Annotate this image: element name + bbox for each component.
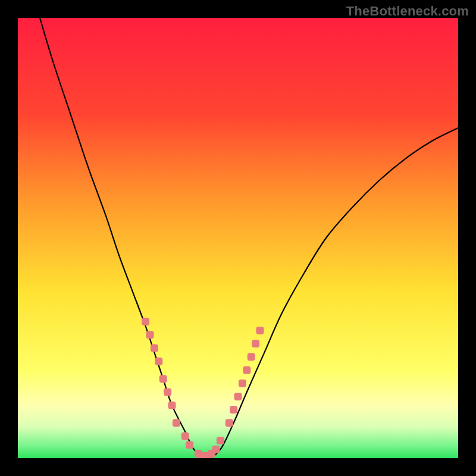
marker-point bbox=[155, 358, 162, 365]
marker-point bbox=[164, 389, 171, 396]
marker-point bbox=[256, 327, 264, 334]
chart-svg bbox=[18, 18, 458, 458]
marker-point bbox=[243, 367, 250, 374]
marker-point bbox=[146, 331, 154, 339]
marker-point bbox=[159, 375, 167, 383]
watermark-label: TheBottleneck.com bbox=[346, 4, 469, 19]
chart-frame: TheBottleneck.com bbox=[0, 0, 476, 476]
plot-area bbox=[18, 18, 458, 458]
gradient-background bbox=[18, 18, 458, 458]
marker-point bbox=[181, 433, 189, 440]
marker-point bbox=[151, 345, 158, 352]
marker-point bbox=[248, 353, 255, 361]
marker-point bbox=[230, 406, 237, 414]
marker-point bbox=[252, 340, 259, 347]
marker-point bbox=[226, 419, 233, 427]
marker-point bbox=[186, 441, 193, 449]
marker-point bbox=[239, 380, 246, 387]
marker-point bbox=[234, 393, 242, 400]
marker-point bbox=[142, 318, 149, 325]
marker-point bbox=[173, 419, 180, 427]
marker-point bbox=[217, 437, 224, 444]
marker-point bbox=[212, 446, 220, 453]
marker-point bbox=[168, 402, 176, 409]
